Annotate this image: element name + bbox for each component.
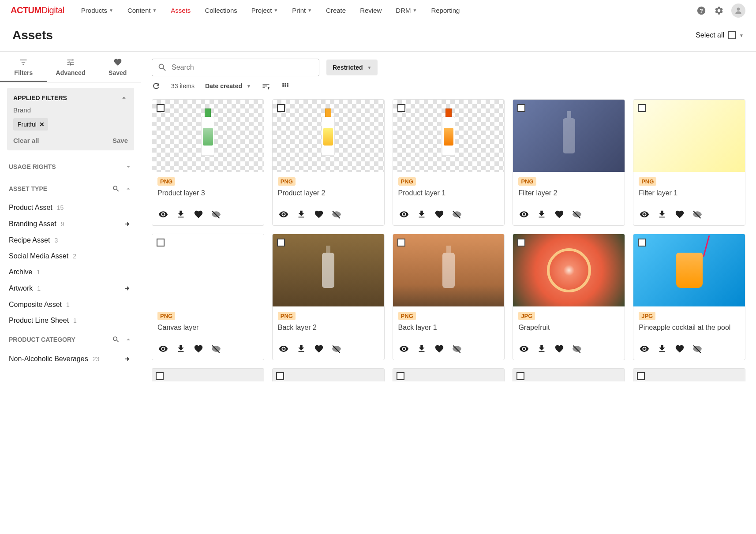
preview-icon[interactable] bbox=[640, 209, 649, 219]
asset-card[interactable]: PNG Back layer 1 bbox=[393, 234, 505, 360]
preview-icon[interactable] bbox=[519, 209, 529, 219]
settings-icon[interactable] bbox=[714, 5, 724, 16]
card-checkbox[interactable] bbox=[397, 104, 405, 112]
asset-type-item[interactable]: Product Asset15 bbox=[9, 200, 132, 216]
hide-icon[interactable] bbox=[692, 344, 702, 354]
nav-print[interactable]: Print▼ bbox=[286, 1, 318, 19]
nav-reporting[interactable]: Reporting bbox=[425, 1, 466, 19]
favorite-icon[interactable] bbox=[314, 344, 324, 354]
help-icon[interactable]: ? bbox=[696, 5, 707, 16]
download-icon[interactable] bbox=[296, 209, 306, 219]
asset-type-item[interactable]: Branding Asset9 bbox=[9, 216, 132, 232]
preview-icon[interactable] bbox=[399, 344, 409, 354]
card-checkbox[interactable] bbox=[157, 239, 165, 246]
hide-icon[interactable] bbox=[692, 209, 702, 219]
download-icon[interactable] bbox=[417, 209, 427, 219]
download-icon[interactable] bbox=[657, 344, 667, 354]
nav-drm[interactable]: DRM▼ bbox=[389, 1, 423, 19]
hide-icon[interactable] bbox=[572, 209, 582, 219]
asset-card[interactable]: PNG Filter layer 2 bbox=[513, 99, 625, 226]
asset-card[interactable]: PNG Product layer 2 bbox=[272, 99, 385, 226]
card-checkbox[interactable] bbox=[517, 239, 525, 246]
hide-icon[interactable] bbox=[332, 209, 341, 219]
sort-dropdown[interactable]: Date created ▼ bbox=[205, 82, 251, 90]
asset-card[interactable]: JPG Grapefruit bbox=[513, 234, 625, 360]
download-icon[interactable] bbox=[537, 344, 546, 354]
restricted-dropdown[interactable]: Restricted ▼ bbox=[326, 60, 378, 75]
select-all-control[interactable]: Select all ▼ bbox=[696, 31, 744, 39]
preview-icon[interactable] bbox=[519, 344, 529, 354]
asset-card-stub[interactable] bbox=[633, 368, 745, 381]
preview-icon[interactable] bbox=[158, 344, 168, 354]
download-icon[interactable] bbox=[296, 344, 306, 354]
favorite-icon[interactable] bbox=[314, 209, 324, 219]
preview-icon[interactable] bbox=[399, 209, 409, 219]
card-checkbox[interactable] bbox=[157, 104, 165, 112]
asset-type-item[interactable]: Artwork1 bbox=[9, 280, 132, 297]
tab-saved[interactable]: Saved bbox=[94, 52, 141, 82]
section-asset-type[interactable]: ASSET TYPE bbox=[0, 178, 141, 200]
hide-icon[interactable] bbox=[332, 344, 341, 354]
download-icon[interactable] bbox=[176, 344, 186, 354]
section-usage-rights[interactable]: USAGE RIGHTS bbox=[0, 156, 141, 178]
asset-type-item[interactable]: Archive1 bbox=[9, 264, 132, 280]
nav-project[interactable]: Project▼ bbox=[245, 1, 284, 19]
asset-card-stub[interactable] bbox=[152, 368, 264, 381]
favorite-icon[interactable] bbox=[194, 344, 203, 354]
preview-icon[interactable] bbox=[158, 209, 168, 219]
nav-collections[interactable]: Collections bbox=[198, 1, 243, 19]
select-all-checkbox[interactable] bbox=[728, 31, 736, 39]
nav-review[interactable]: Review bbox=[354, 1, 388, 19]
card-checkbox[interactable] bbox=[276, 372, 284, 380]
hide-icon[interactable] bbox=[572, 344, 582, 354]
favorite-icon[interactable] bbox=[434, 209, 444, 219]
card-checkbox[interactable] bbox=[517, 104, 525, 112]
card-checkbox[interactable] bbox=[638, 239, 646, 246]
download-icon[interactable] bbox=[537, 209, 546, 219]
asset-card-stub[interactable] bbox=[513, 368, 625, 381]
nav-assets[interactable]: Assets bbox=[165, 1, 197, 19]
asset-card[interactable]: PNG Filter layer 1 bbox=[633, 99, 745, 226]
card-checkbox[interactable] bbox=[397, 239, 405, 246]
favorite-icon[interactable] bbox=[554, 344, 564, 354]
download-icon[interactable] bbox=[176, 209, 186, 219]
hide-icon[interactable] bbox=[211, 344, 221, 354]
nav-products[interactable]: Products▼ bbox=[75, 1, 120, 19]
search-input[interactable] bbox=[172, 63, 314, 71]
hide-icon[interactable] bbox=[452, 344, 462, 354]
clear-all-button[interactable]: Clear all bbox=[13, 137, 39, 144]
product-category-item[interactable]: Non-Alcoholic Beverages23 bbox=[9, 351, 132, 367]
chip-remove-icon[interactable]: ✕ bbox=[39, 121, 45, 128]
search-icon[interactable] bbox=[112, 336, 120, 344]
asset-card[interactable]: PNG Canvas layer bbox=[152, 234, 264, 360]
nav-content[interactable]: Content▼ bbox=[121, 1, 163, 19]
asset-type-item[interactable]: Product Line Sheet1 bbox=[9, 313, 132, 329]
tab-advanced[interactable]: Advanced bbox=[47, 52, 94, 82]
card-checkbox[interactable] bbox=[638, 104, 646, 112]
card-checkbox[interactable] bbox=[516, 372, 524, 380]
grid-view-icon[interactable] bbox=[281, 82, 290, 90]
search-icon[interactable] bbox=[112, 185, 120, 193]
favorite-icon[interactable] bbox=[194, 209, 203, 219]
asset-card-stub[interactable] bbox=[272, 368, 385, 381]
download-icon[interactable] bbox=[657, 209, 667, 219]
sort-direction-icon[interactable] bbox=[262, 82, 270, 90]
applied-filters-header[interactable]: APPLIED FILTERS bbox=[13, 94, 128, 102]
favorite-icon[interactable] bbox=[554, 209, 564, 219]
card-checkbox[interactable] bbox=[637, 372, 645, 380]
asset-card[interactable]: PNG Product layer 3 bbox=[152, 99, 264, 226]
tab-filters[interactable]: Filters bbox=[0, 52, 47, 82]
asset-card[interactable]: JPG Pineapple cocktail at the pool bbox=[633, 234, 745, 360]
hide-icon[interactable] bbox=[452, 209, 462, 219]
search-box[interactable] bbox=[152, 59, 319, 76]
favorite-icon[interactable] bbox=[675, 209, 685, 219]
preview-icon[interactable] bbox=[640, 344, 649, 354]
asset-card[interactable]: PNG Back layer 2 bbox=[272, 234, 385, 360]
save-filters-button[interactable]: Save bbox=[112, 137, 128, 144]
card-checkbox[interactable] bbox=[277, 239, 285, 246]
nav-create[interactable]: Create bbox=[320, 1, 352, 19]
card-checkbox[interactable] bbox=[156, 372, 164, 380]
download-icon[interactable] bbox=[417, 344, 427, 354]
asset-type-item[interactable]: Recipe Asset3 bbox=[9, 232, 132, 248]
asset-card-stub[interactable] bbox=[393, 368, 505, 381]
